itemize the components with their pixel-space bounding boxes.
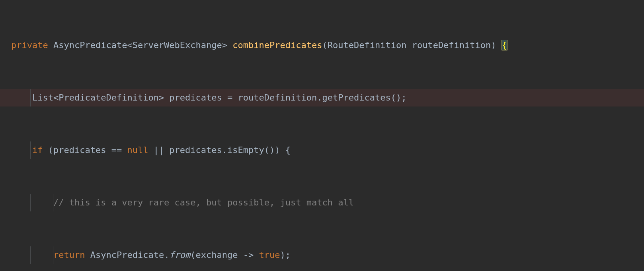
- method-name: combinePredicates: [232, 40, 322, 50]
- code-text: (RouteDefinition routeDefinition): [322, 40, 501, 50]
- method-from: from: [169, 250, 190, 260]
- code-text: [11, 145, 32, 155]
- code-editor[interactable]: private AsyncPredicate<ServerWebExchange…: [0, 0, 644, 271]
- code-line-highlighted[interactable]: List<PredicateDefinition> predicates = r…: [0, 89, 644, 106]
- code-text: List<PredicateDefinition> predicates = r…: [32, 93, 406, 103]
- code-text: AsyncPredicate.: [85, 250, 169, 260]
- code-text: [11, 250, 53, 260]
- code-text: [227, 40, 232, 50]
- code-line[interactable]: private AsyncPredicate<ServerWebExchange…: [0, 37, 644, 54]
- indent-guide: [53, 194, 53, 211]
- code-text: AsyncPredicate<ServerWebExchange>: [53, 40, 227, 50]
- code-text: (exchange ->: [190, 250, 259, 260]
- code-text: (predicates ==: [43, 145, 127, 155]
- code-text: [11, 93, 32, 103]
- indent-guide: [30, 89, 31, 106]
- code-text: || predicates.isEmpty()) {: [148, 145, 291, 155]
- keyword-true: true: [259, 250, 280, 260]
- code-text: );: [280, 250, 291, 260]
- indent-guide: [53, 246, 53, 264]
- code-text: [48, 40, 53, 50]
- code-text: [11, 197, 53, 207]
- keyword-if: if: [32, 145, 43, 155]
- keyword-null: null: [127, 145, 148, 155]
- code-line[interactable]: if (predicates == null || predicates.isE…: [0, 141, 644, 159]
- indent-guide: [30, 246, 31, 264]
- keyword-private: private: [11, 40, 48, 50]
- keyword-return: return: [53, 250, 85, 260]
- comment: // this is a very rare case, but possibl…: [53, 197, 354, 207]
- code-line[interactable]: return AsyncPredicate.from(exchange -> t…: [0, 246, 644, 264]
- brace-open-match: {: [502, 40, 507, 50]
- code-line[interactable]: // this is a very rare case, but possibl…: [0, 194, 644, 211]
- indent-guide: [30, 141, 31, 159]
- indent-guide: [30, 194, 31, 211]
